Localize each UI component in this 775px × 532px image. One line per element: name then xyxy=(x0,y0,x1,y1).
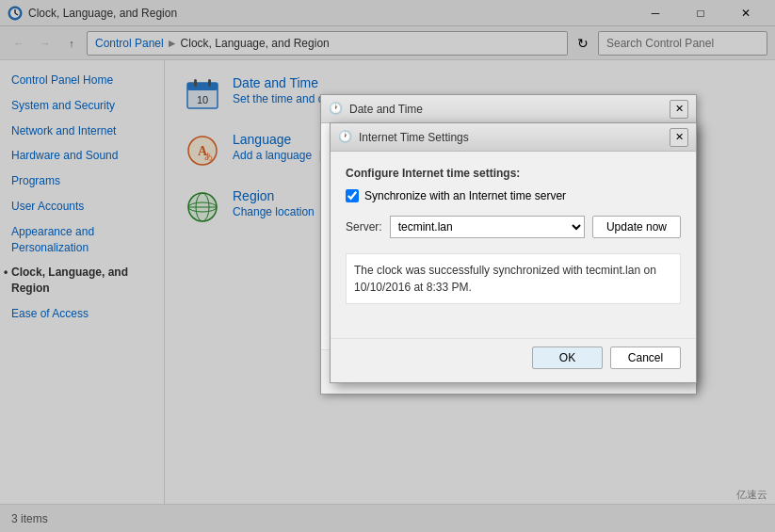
inet-configure-heading: Configure Internet time settings: xyxy=(346,167,681,180)
sync-message: The clock was successfully synchronized … xyxy=(346,253,681,304)
server-label: Server: xyxy=(346,220,382,234)
inet-dialog-titlebar: 🕐 Internet Time Settings ✕ xyxy=(331,123,696,152)
inet-dialog-close[interactable]: ✕ xyxy=(670,128,688,147)
sync-checkbox-row: Synchronize with an Internet time server xyxy=(346,189,681,202)
datetime-dialog-icon: 🕐 xyxy=(329,102,344,117)
sync-label: Synchronize with an Internet time server xyxy=(364,189,566,202)
inet-ok-button[interactable]: OK xyxy=(532,347,603,369)
inet-dialog-title: Internet Time Settings xyxy=(359,131,670,144)
update-now-button[interactable]: Update now xyxy=(592,216,681,238)
dialog-inet: 🕐 Internet Time Settings ✕ Configure Int… xyxy=(330,122,697,383)
inet-cancel-button[interactable]: Cancel xyxy=(610,347,681,369)
server-row: Server: tecmint.lan Update now xyxy=(346,216,681,238)
inet-dialog-footer: OK Cancel xyxy=(331,338,696,382)
sync-checkbox[interactable] xyxy=(346,189,359,202)
datetime-dialog-title: Date and Time xyxy=(349,103,670,116)
inet-dialog-content: Configure Internet time settings: Synchr… xyxy=(331,152,696,338)
server-select[interactable]: tecmint.lan xyxy=(390,216,585,238)
datetime-dialog-titlebar: 🕐 Date and Time ✕ xyxy=(321,95,696,123)
modal-overlay: 🕐 Date and Time ✕ [Date and Time content… xyxy=(0,0,775,532)
inet-dialog-icon: 🕐 xyxy=(338,130,353,145)
datetime-dialog-close[interactable]: ✕ xyxy=(670,100,688,119)
